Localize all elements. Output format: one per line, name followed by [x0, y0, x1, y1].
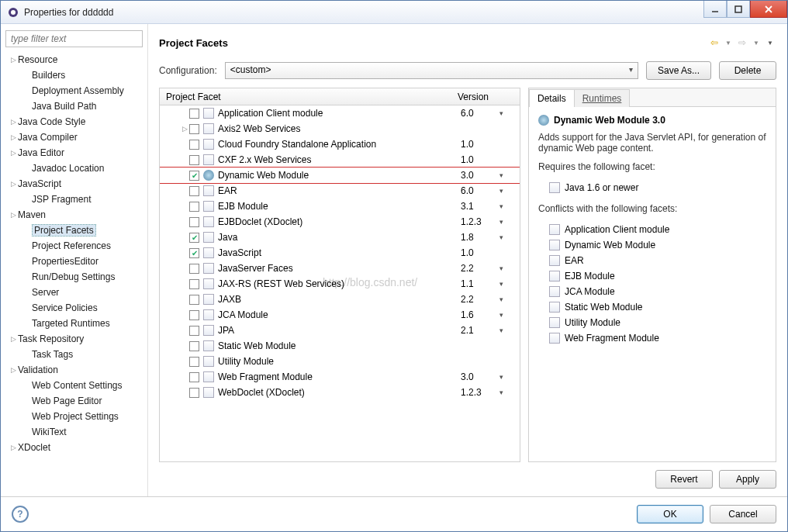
tree-item[interactable]: Task Tags — [5, 347, 143, 362]
apply-button[interactable]: Apply — [719, 470, 776, 489]
col-version[interactable]: Version — [458, 92, 520, 102]
facet-row[interactable]: JAXB2.2▾ — [160, 292, 520, 307]
tree-item[interactable]: ▷Resource — [5, 52, 143, 67]
tree-item[interactable]: Web Page Editor — [5, 393, 143, 409]
facet-row[interactable]: EAR6.0▾ — [160, 183, 520, 199]
tree-item[interactable]: Web Project Settings — [5, 409, 143, 424]
facet-row[interactable]: WebDoclet (XDoclet)1.2.3▾ — [160, 385, 520, 400]
cancel-button[interactable]: Cancel — [710, 505, 776, 523]
col-facet[interactable]: Project Facet — [160, 92, 458, 102]
tab-details[interactable]: Details — [529, 89, 575, 107]
tree-item[interactable]: PropertiesEditor — [5, 254, 143, 269]
tree-item[interactable]: Builders — [5, 67, 143, 83]
facet-checkbox[interactable] — [189, 279, 199, 289]
facet-row[interactable]: JAX-RS (REST Web Services)1.1▾ — [160, 276, 520, 292]
version-dropdown-icon[interactable]: ▾ — [499, 295, 520, 303]
facet-row[interactable]: Cloud Foundry Standalone Application1.0 — [160, 136, 520, 152]
version-dropdown-icon[interactable]: ▾ — [499, 280, 520, 288]
facet-checkbox[interactable]: ✔ — [189, 171, 199, 181]
forward-menu-icon[interactable]: ▼ — [750, 36, 762, 49]
tree-item[interactable]: ▷Java Code Style — [5, 114, 143, 130]
expand-icon[interactable]: ▷ — [9, 180, 18, 188]
facet-row[interactable]: Static Web Module — [160, 338, 520, 354]
facet-row[interactable]: Utility Module — [160, 354, 520, 369]
facet-checkbox[interactable] — [189, 202, 199, 212]
facet-checkbox[interactable]: ✔ — [189, 248, 199, 258]
tree-item[interactable]: Java Build Path — [5, 98, 143, 114]
facet-checkbox[interactable] — [189, 124, 199, 134]
expand-icon[interactable]: ▷ — [9, 133, 18, 141]
expand-icon[interactable]: ▷ — [9, 149, 18, 157]
save-as-button[interactable]: Save As... — [646, 61, 711, 80]
version-dropdown-icon[interactable]: ▾ — [499, 109, 520, 117]
version-dropdown-icon[interactable]: ▾ — [499, 233, 520, 241]
facet-row[interactable]: Web Fragment Module3.0▾ — [160, 369, 520, 385]
expand-icon[interactable]: ▷ — [9, 118, 18, 126]
tree-item[interactable]: Targeted Runtimes — [5, 316, 143, 331]
close-button[interactable] — [750, 1, 787, 18]
tree-item[interactable]: ▷Java Editor — [5, 145, 143, 161]
tree-item[interactable]: WikiText — [5, 424, 143, 440]
version-dropdown-icon[interactable]: ▾ — [499, 202, 520, 210]
tree-item[interactable]: ▷Java Compiler — [5, 130, 143, 145]
tree-item[interactable]: JSP Fragment — [5, 192, 143, 207]
facet-row[interactable]: ✔Java1.8▾ — [160, 230, 520, 245]
back-menu-icon[interactable]: ▼ — [722, 36, 734, 49]
delete-button[interactable]: Delete — [719, 61, 776, 80]
expand-icon[interactable]: ▷ — [9, 366, 18, 374]
tree-item[interactable]: ▷Validation — [5, 362, 143, 378]
version-dropdown-icon[interactable]: ▾ — [499, 218, 520, 226]
tree-item[interactable]: Deployment Assembly — [5, 83, 143, 98]
tree-item[interactable]: Project Facets — [5, 223, 143, 238]
facet-checkbox[interactable] — [189, 217, 199, 227]
filter-input[interactable] — [5, 30, 143, 47]
minimize-button[interactable] — [703, 1, 727, 18]
facet-checkbox[interactable] — [189, 372, 199, 382]
facet-row[interactable]: JCA Module1.6▾ — [160, 307, 520, 323]
facet-checkbox[interactable]: ✔ — [189, 233, 199, 243]
facet-checkbox[interactable] — [189, 310, 199, 320]
tree-item[interactable]: Server — [5, 285, 143, 300]
facet-row[interactable]: EJB Module3.1▾ — [160, 199, 520, 214]
facet-checkbox[interactable] — [189, 186, 199, 196]
menu-icon[interactable]: ▼ — [764, 36, 776, 49]
version-dropdown-icon[interactable]: ▾ — [499, 171, 520, 179]
tab-runtimes[interactable]: Runtimes — [574, 89, 631, 107]
facet-row[interactable]: JPA2.1▾ — [160, 323, 520, 338]
tree-item[interactable]: ▷Task Repository — [5, 331, 143, 347]
tree-item[interactable]: Javadoc Location — [5, 161, 143, 176]
expand-icon[interactable]: ▷ — [9, 56, 18, 64]
facet-checkbox[interactable] — [189, 155, 199, 165]
maximize-button[interactable] — [727, 1, 750, 18]
facet-row[interactable]: ▷Axis2 Web Services — [160, 121, 520, 136]
version-dropdown-icon[interactable]: ▾ — [499, 326, 520, 334]
tree-item[interactable]: ▷Maven — [5, 207, 143, 223]
tree-item[interactable]: ▷JavaScript — [5, 176, 143, 192]
tree-item[interactable]: Web Content Settings — [5, 378, 143, 393]
facet-row[interactable]: Application Client module6.0▾ — [160, 105, 520, 121]
facet-checkbox[interactable] — [189, 326, 199, 336]
help-icon[interactable]: ? — [12, 506, 29, 523]
facet-row[interactable]: JavaServer Faces2.2▾ — [160, 261, 520, 276]
forward-icon[interactable]: ⇨ — [736, 36, 748, 49]
configuration-combo[interactable]: <custom> — [225, 62, 638, 79]
facet-table[interactable]: Project Facet Version http://blog.csdn.n… — [159, 88, 520, 462]
version-dropdown-icon[interactable]: ▾ — [499, 187, 520, 195]
back-icon[interactable]: ⇦ — [708, 36, 721, 49]
facet-row[interactable]: ✔Dynamic Web Module3.0▾ — [160, 168, 520, 183]
tree-item[interactable]: ▷XDoclet — [5, 440, 143, 455]
facet-checkbox[interactable] — [189, 109, 199, 119]
facet-checkbox[interactable] — [189, 264, 199, 274]
tree-item[interactable]: Service Policies — [5, 300, 143, 316]
title-bar[interactable]: Properties for dddddd — [1, 1, 787, 24]
facet-checkbox[interactable] — [189, 357, 199, 367]
expand-icon[interactable]: ▷ — [180, 125, 189, 133]
facet-checkbox[interactable] — [189, 341, 199, 351]
expand-icon[interactable]: ▷ — [9, 211, 18, 219]
facet-row[interactable]: CXF 2.x Web Services1.0 — [160, 152, 520, 168]
revert-button[interactable]: Revert — [655, 470, 713, 489]
facet-checkbox[interactable] — [189, 140, 199, 150]
version-dropdown-icon[interactable]: ▾ — [499, 311, 520, 319]
table-header[interactable]: Project Facet Version — [160, 88, 520, 105]
tree-item[interactable]: Project References — [5, 238, 143, 254]
